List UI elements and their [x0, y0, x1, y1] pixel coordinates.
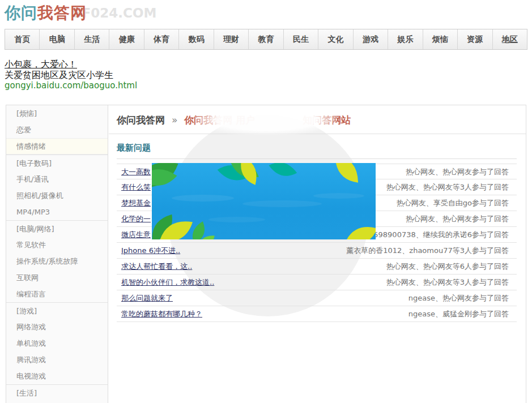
- answerers-info: 薰衣草的香1012、zhaomou77等3人参与了回答: [346, 243, 517, 258]
- nav-item-1[interactable]: 首页: [5, 29, 40, 49]
- question-row-6: Iphone 6冲不进..薰衣草的香1012、zhaomou77等3人参与了回答: [117, 243, 517, 259]
- site-logo[interactable]: 你问我答网: [5, 2, 87, 24]
- nav-item-10[interactable]: 文化: [318, 29, 353, 49]
- question-row-7: 求达人帮忙看看，这..热心网友、热心网友等6人参与了回答: [117, 259, 517, 275]
- leaf-icon: [333, 163, 360, 183]
- nav-item-13[interactable]: 烦恼: [423, 29, 458, 49]
- answerers-info: 热心网友、热心网友等6人参与了回答: [386, 259, 517, 274]
- ad-title-link[interactable]: 小包裹，大爱心！: [5, 59, 137, 70]
- question-row-8: 机智的小伙伴们，求教这道..热心网友、热心网友等3人参与了回答: [117, 275, 517, 290]
- main-content: 你问我答网 » 你问我答网 用户知问答网站 最新问题 大一高数热心网友、热心网友…: [109, 105, 526, 403]
- nav-item-3[interactable]: 生活: [75, 29, 109, 49]
- answerers-info: a598900738、继续我的承诺6参与了回答: [369, 227, 517, 242]
- sidebar-item-5[interactable]: 手机/通讯: [6, 171, 108, 187]
- nav-item-8[interactable]: 教育: [249, 29, 283, 49]
- answerers-info: 热心网友、热心网友等3人参与了回答: [386, 179, 517, 195]
- question-link[interactable]: 化学的一: [117, 211, 151, 226]
- sidebar-item-6[interactable]: 照相机/摄像机: [6, 187, 108, 204]
- nav-item-4[interactable]: 健康: [109, 29, 144, 49]
- answerers-info: 热心网友、热心网友参与了回答: [406, 164, 517, 179]
- banner-leaves-graphic: [152, 163, 376, 239]
- nav-item-15[interactable]: 地区: [493, 29, 527, 49]
- nav-item-7[interactable]: 理财: [214, 29, 249, 49]
- question-link[interactable]: 那么问题就来了: [117, 290, 173, 306]
- sidebar-item-11[interactable]: 互联网: [6, 269, 108, 286]
- category-sidebar: [烦恼]恋爱情感情绪[电子数码]手机/通讯照相机/摄像机MP4/MP3[电脑/网…: [6, 105, 108, 403]
- ad-block: 小包裹，大爱心！ 关爱贫困地区及灾区小学生 gongyi.baidu.com/b…: [5, 59, 137, 91]
- leaf-icon: [345, 220, 376, 239]
- site-logo-part2: 我答网: [37, 3, 87, 22]
- sidebar-item-12[interactable]: 编程语言: [6, 286, 108, 302]
- sidebar-item-10[interactable]: 操作系统/系统故障: [6, 253, 108, 269]
- nav-item-11[interactable]: 游戏: [354, 29, 388, 49]
- question-link[interactable]: 机智的小伙伴们，求教这道..: [117, 275, 214, 290]
- nav-item-9[interactable]: 民生: [284, 29, 318, 49]
- question-link[interactable]: 求达人帮忙看看，这..: [117, 259, 192, 274]
- main-nav: 首页电脑生活健康体育数码理财教育民生文化游戏娱乐烦恼资源地区: [5, 29, 527, 50]
- sidebar-item-15[interactable]: 单机游戏: [6, 335, 108, 351]
- nav-item-12[interactable]: 娱乐: [388, 29, 423, 49]
- site-logo-part1: 你问: [5, 3, 37, 22]
- content-container: [烦恼]恋爱情感情绪[电子数码]手机/通讯照相机/摄像机MP4/MP3[电脑/网…: [6, 105, 526, 403]
- question-link[interactable]: 微店生意: [117, 227, 151, 242]
- nav-item-5[interactable]: 体育: [144, 29, 179, 49]
- leaf-icon: [269, 163, 297, 183]
- sidebar-item-16[interactable]: 腾讯游戏: [6, 351, 108, 368]
- sidebar-item-9[interactable]: 常见软件: [6, 237, 108, 253]
- breadcrumb-site-link[interactable]: 你问我答网: [117, 114, 165, 126]
- sidebar-item-17[interactable]: 电视游戏: [6, 368, 108, 384]
- ad-banner-image[interactable]: [152, 163, 376, 239]
- answerers-info: 热心网友、享受自由go参与了回答: [397, 195, 517, 211]
- ad-description: 关爱贫困地区及灾区小学生: [5, 70, 137, 80]
- answerers-info: 热心网友、热心网友参与了回答: [406, 211, 517, 226]
- nav-item-2[interactable]: 电脑: [40, 29, 74, 49]
- sidebar-item-8[interactable]: [电脑/网络]: [6, 220, 108, 237]
- white-fade-overlay: [195, 105, 337, 135]
- sidebar-item-13[interactable]: [游戏]: [6, 302, 108, 319]
- sidebar-item-18[interactable]: [生活]: [6, 384, 108, 401]
- sidebar-item-4[interactable]: [电子数码]: [6, 155, 108, 171]
- question-link[interactable]: 有什么笑: [117, 179, 151, 195]
- question-link[interactable]: Iphone 6冲不进..: [117, 243, 180, 258]
- question-row-10: 常吃的蘑菇都有哪几种？ngease、威猛金刚参与了回答: [117, 306, 517, 322]
- question-link[interactable]: 大一高数: [117, 164, 151, 179]
- ad-url-link[interactable]: gongyi.baidu.com/baoguo.html: [5, 80, 137, 91]
- answerers-info: ngease、热心网友参与了回答: [408, 290, 517, 306]
- answerers-info: 热心网友、热心网友等3人参与了回答: [386, 275, 517, 290]
- question-link[interactable]: 梦想基金: [117, 195, 151, 211]
- answerers-info: ngease、威猛金刚参与了回答: [408, 306, 517, 321]
- latest-questions-heading: 最新问题: [117, 143, 517, 159]
- sidebar-item-1[interactable]: [烦恼]: [6, 105, 108, 122]
- sidebar-item-2[interactable]: 恋爱: [6, 122, 108, 138]
- sidebar-item-14[interactable]: 网络游戏: [6, 319, 108, 335]
- sidebar-item-7[interactable]: MP4/MP3: [6, 204, 108, 220]
- breadcrumb-separator: »: [168, 114, 181, 126]
- question-row-9: 那么问题就来了ngease、热心网友参与了回答: [117, 290, 517, 306]
- nav-item-14[interactable]: 资源: [458, 29, 492, 49]
- question-link[interactable]: 常吃的蘑菇都有哪几种？: [117, 306, 202, 321]
- sidebar-item-3[interactable]: 情感情绪: [6, 138, 108, 155]
- nav-item-6[interactable]: 数码: [179, 29, 214, 49]
